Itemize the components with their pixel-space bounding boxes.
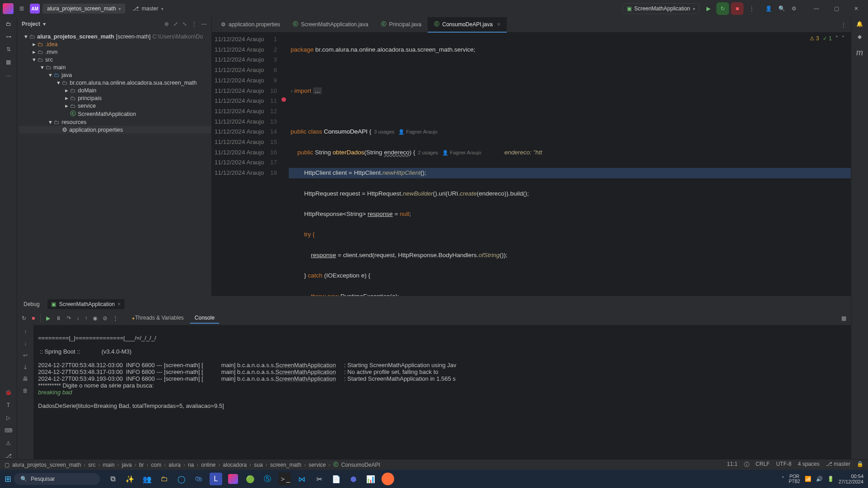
settings-icon[interactable]: ⋮: [191, 21, 197, 27]
tray-battery-icon[interactable]: 🔋: [827, 476, 834, 482]
tree-folder-principais[interactable]: ▸ 🗀 principais: [19, 94, 211, 102]
vcs-tool-icon[interactable]: ⎇: [5, 453, 12, 459]
tray-volume-icon[interactable]: 🔊: [816, 476, 823, 482]
stop-button[interactable]: ■: [731, 2, 744, 15]
problems-tool-icon[interactable]: ⚠: [6, 440, 11, 446]
stop-icon[interactable]: ■: [32, 315, 35, 321]
more-icon[interactable]: ⋮: [113, 315, 118, 321]
select-opened-file-icon[interactable]: ⊕: [164, 21, 169, 27]
tree-folder-mvn[interactable]: ▸ 🗀 .mvn: [19, 48, 211, 56]
chevron-down-icon[interactable]: ▾: [43, 21, 46, 27]
caret-position[interactable]: 11:1: [727, 461, 737, 469]
teams-icon[interactable]: 👥: [141, 473, 153, 485]
tree-folder-service[interactable]: ▸ 🗀 service: [19, 102, 211, 110]
debug-tool-icon[interactable]: 🐞: [5, 389, 12, 396]
store-icon[interactable]: 🛍: [192, 473, 205, 485]
explorer-icon[interactable]: 🗀: [158, 473, 171, 485]
crumb[interactable]: alura_projetos_screen_math: [12, 462, 81, 468]
edge-icon[interactable]: ◯: [175, 473, 188, 485]
crumb[interactable]: online: [201, 462, 216, 468]
tree-folder-java[interactable]: ▾ 🗀 java: [19, 71, 211, 79]
console-output[interactable]: =========|_|==============|___/=/_/_/_/ …: [33, 325, 851, 459]
tree-folder-main[interactable]: ▾ 🗀 main: [19, 63, 211, 71]
ide-logo[interactable]: [3, 3, 14, 14]
pause-icon[interactable]: ⏸: [56, 315, 61, 321]
branch-dropdown[interactable]: ⎇ master ▾: [128, 4, 168, 14]
scroll-end-icon[interactable]: ⤓: [23, 364, 28, 370]
tree-package[interactable]: ▾ 🗀 br.com.alura.na.online.alocadora.sua…: [19, 79, 211, 86]
more-actions-button[interactable]: ⋮: [746, 5, 757, 12]
step-over-icon[interactable]: ↷: [67, 315, 71, 321]
down-icon[interactable]: ↓: [24, 340, 27, 347]
commit-tool-icon[interactable]: ⊶: [6, 33, 11, 40]
close-button[interactable]: ✕: [847, 2, 865, 15]
debug-app-tab[interactable]: ▣ScreenMathApplication×: [48, 299, 124, 309]
crumb[interactable]: na: [188, 462, 194, 468]
ai-assistant-icon[interactable]: ◆: [858, 33, 862, 40]
encoding-indent-icon[interactable]: ⓘ: [744, 461, 749, 469]
tree-folder-resources[interactable]: ▾ 🗀 resources: [19, 118, 211, 126]
indent-setting[interactable]: 4 spaces: [798, 461, 820, 469]
crumb[interactable]: service: [309, 462, 326, 468]
box-icon[interactable]: ⬢: [347, 473, 360, 485]
copilot-icon[interactable]: ✨: [124, 473, 136, 485]
crumb[interactable]: ConsumoDeAPI: [341, 462, 380, 468]
step-into-icon[interactable]: ↓: [76, 315, 79, 321]
hide-icon[interactable]: —: [201, 21, 207, 27]
resume-icon[interactable]: ▶: [46, 315, 50, 321]
maximize-button[interactable]: ▢: [827, 2, 845, 15]
crumb[interactable]: alocadora: [223, 462, 247, 468]
snip-icon[interactable]: ✂: [313, 473, 325, 485]
tree-folder-idea[interactable]: ▸ 🗀 .idea: [19, 40, 211, 48]
windows-start-button[interactable]: ⊞: [5, 474, 11, 484]
chart-icon[interactable]: 📊: [364, 473, 377, 485]
tray-clock[interactable]: 00:5427/12/2024: [839, 474, 863, 484]
rerun-icon[interactable]: ↻: [22, 315, 26, 321]
crumb[interactable]: java: [122, 462, 132, 468]
ok-indicator[interactable]: ✓ 1: [823, 35, 832, 42]
expand-all-icon[interactable]: ⤢: [173, 21, 178, 27]
tray-wifi-icon[interactable]: 📶: [805, 476, 811, 482]
crumb[interactable]: br: [139, 462, 144, 468]
crumb[interactable]: alura: [168, 462, 181, 468]
breakpoint-icon[interactable]: [281, 97, 286, 102]
editor-more-icon[interactable]: ⋮: [841, 22, 846, 28]
app-icon[interactable]: L: [210, 473, 222, 485]
chevron-up-icon[interactable]: ˄: [835, 35, 838, 42]
main-menu-button[interactable]: ≡: [16, 3, 27, 14]
minimize-button[interactable]: —: [807, 2, 825, 15]
tree-root[interactable]: ▾ 🗀 alura_projetos_screen_math [screen-m…: [19, 33, 211, 40]
skype-icon[interactable]: Ⓢ: [261, 473, 274, 485]
structure-tool-icon[interactable]: ▦: [6, 59, 11, 65]
more-tools-icon[interactable]: …: [6, 72, 11, 78]
project-dropdown[interactable]: alura_projetos_screen_math ▾: [43, 4, 125, 14]
collapse-all-icon[interactable]: ⤡: [182, 21, 187, 27]
tray-language[interactable]: PORPTB2: [789, 474, 800, 484]
close-icon[interactable]: ×: [118, 301, 121, 307]
crumb[interactable]: main: [103, 462, 114, 468]
line-ending[interactable]: CRLF: [756, 461, 770, 469]
threads-tab[interactable]: ⬥Threads & Variables: [127, 313, 188, 324]
pull-requests-icon[interactable]: ⇅: [6, 46, 11, 53]
crumb[interactable]: com: [151, 462, 162, 468]
console-tab[interactable]: Console: [190, 313, 219, 324]
chrome-icon[interactable]: 🟢: [244, 473, 257, 485]
up-icon[interactable]: ↑: [24, 329, 27, 335]
crumb[interactable]: src: [88, 462, 95, 468]
terminal-icon[interactable]: ＞_: [278, 473, 291, 485]
debug-tab[interactable]: Debug: [22, 298, 41, 310]
step-out-icon[interactable]: ↑: [85, 315, 87, 321]
settings-icon[interactable]: ⚙: [792, 5, 796, 12]
windows-search[interactable]: 🔍 Pesquisar: [14, 473, 100, 485]
run-config-dropdown[interactable]: ▣ ScreenMathApplication ▾: [623, 3, 699, 14]
tab-screenmathapplication[interactable]: ⓒScreenMathApplication.java: [286, 17, 375, 33]
soft-wrap-icon[interactable]: ↩: [23, 352, 28, 359]
services-tool-icon[interactable]: ▷: [6, 415, 10, 421]
chevron-down-icon[interactable]: ˅: [842, 35, 844, 42]
print-icon[interactable]: 🖶: [23, 376, 28, 382]
tab-application-properties[interactable]: ⚙application.properties: [215, 17, 286, 33]
close-icon[interactable]: ×: [497, 21, 501, 28]
mute-breakpoints-icon[interactable]: ⊘: [103, 315, 107, 321]
branch-status[interactable]: ⎇ master: [826, 461, 850, 469]
tree-folder-src[interactable]: ▾ 🗀 src: [19, 56, 211, 63]
